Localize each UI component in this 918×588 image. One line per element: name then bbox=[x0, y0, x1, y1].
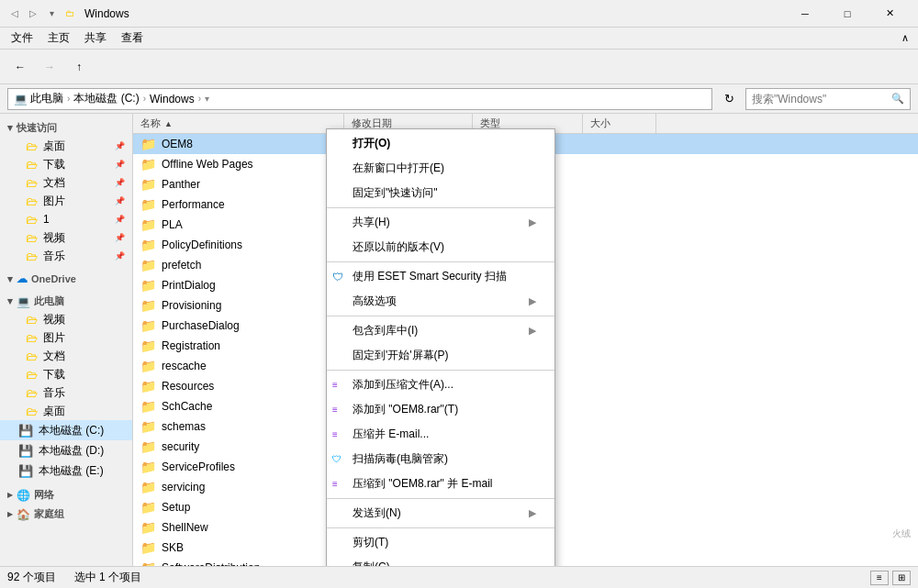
network-label: 网络 bbox=[34, 488, 54, 502]
back-button[interactable]: ← bbox=[7, 54, 33, 80]
file-name: PurchaseDialog bbox=[162, 319, 240, 332]
menu-file[interactable]: 文件 bbox=[4, 28, 40, 48]
file-name-cell: 📁 PrintDialog bbox=[133, 275, 344, 295]
statusbar: 92 个项目 选中 1 个项目 ≡ ⊞ bbox=[0, 566, 918, 588]
rar-icon: ≡ bbox=[332, 380, 338, 390]
menu-home[interactable]: 主页 bbox=[40, 28, 77, 48]
ctx-add-archive[interactable]: ≡ 添加到压缩文件(A)... bbox=[327, 372, 554, 397]
back-icon[interactable]: ◁ bbox=[7, 6, 22, 21]
path-folder[interactable]: Windows bbox=[150, 93, 195, 105]
ctx-scan-virus[interactable]: 🛡 扫描病毒(电脑管家) bbox=[327, 447, 554, 472]
dropdown-icon[interactable]: ▾ bbox=[44, 6, 59, 21]
ctx-compress-rar-email[interactable]: ≡ 压缩到 "OEM8.rar" 并 E-mail bbox=[327, 472, 554, 496]
address-controls: ↻ bbox=[716, 86, 742, 112]
ctx-include-library[interactable]: 包含到库中(I) ▶ bbox=[327, 318, 554, 343]
watermark: 火绒 bbox=[892, 527, 911, 540]
ctx-eset-scan[interactable]: 🛡 使用 ESET Smart Security 扫描 bbox=[327, 264, 554, 289]
refresh-button[interactable]: ↻ bbox=[716, 86, 742, 112]
path-drive[interactable]: 本地磁盘 (C:) bbox=[73, 91, 139, 106]
folder-icon: 📁 bbox=[140, 520, 156, 535]
sidebar-item-drive-c[interactable]: 💾 本地磁盘 (C:) bbox=[0, 420, 132, 440]
file-size-cell bbox=[583, 295, 656, 316]
folder-icon: 📁 bbox=[140, 258, 156, 272]
file-name-cell: 📁 ServiceProfiles bbox=[133, 457, 344, 477]
expand-ribbon-button[interactable]: ∧ bbox=[896, 30, 914, 46]
col-header-size[interactable]: 大小 bbox=[583, 114, 656, 133]
sidebar-item-videos-pinned[interactable]: 🗁 视频 📌 bbox=[0, 228, 132, 247]
sidebar-item-drive-e[interactable]: 💾 本地磁盘 (E:) bbox=[0, 460, 132, 481]
menu-share[interactable]: 共享 bbox=[77, 28, 114, 48]
view-grid-button[interactable]: ⊞ bbox=[892, 571, 911, 585]
folder-icon: 🗁 bbox=[26, 194, 38, 208]
file-size-cell bbox=[583, 194, 656, 215]
folder-icon: 📁 bbox=[140, 480, 156, 494]
ctx-restore-prev[interactable]: 还原以前的版本(V) bbox=[327, 235, 554, 260]
sidebar-item-pc-pictures[interactable]: 🗁 图片 bbox=[0, 328, 132, 347]
ctx-open[interactable]: 打开(O) bbox=[327, 131, 554, 156]
path-computer[interactable]: 💻 此电脑 bbox=[14, 91, 63, 106]
ctx-pin-start[interactable]: 固定到'开始'屏幕(P) bbox=[327, 343, 554, 368]
ctx-pin-quick-access[interactable]: 固定到"快速访问" bbox=[327, 181, 554, 205]
ctx-advanced[interactable]: 高级选项 ▶ bbox=[327, 289, 554, 314]
sidebar-item-downloads[interactable]: 🗁 下载 📌 bbox=[0, 155, 132, 173]
sidebar-item-label: 桌面 bbox=[43, 404, 65, 419]
file-name: PolicyDefinitions bbox=[162, 239, 242, 251]
menu-view[interactable]: 查看 bbox=[114, 28, 151, 48]
maximize-button[interactable]: □ bbox=[826, 0, 868, 28]
sidebar-item-pc-music[interactable]: 🗁 音乐 bbox=[0, 383, 132, 402]
ctx-add-rar[interactable]: ≡ 添加到 "OEM8.rar"(T) bbox=[327, 397, 554, 422]
window-controls: ─ □ ✕ bbox=[784, 0, 911, 28]
address-path[interactable]: 💻 此电脑 › 本地磁盘 (C:) › Windows › ▾ bbox=[7, 88, 712, 110]
sidebar-item-label: 视频 bbox=[43, 230, 65, 246]
forward-button[interactable]: → bbox=[37, 54, 62, 80]
sidebar-item-drive-d[interactable]: 💾 本地磁盘 (D:) bbox=[0, 440, 132, 460]
sidebar-item-pc-downloads[interactable]: 🗁 下载 bbox=[0, 365, 132, 383]
titlebar-icons: ◁ ▷ ▾ 🗀 bbox=[7, 6, 77, 21]
sidebar-item-label: 下载 bbox=[43, 367, 65, 383]
folder-icon: 📁 bbox=[140, 460, 156, 474]
sort-icon: ▲ bbox=[164, 119, 173, 128]
file-name: Resources bbox=[162, 380, 214, 393]
file-size-cell bbox=[583, 336, 656, 356]
sidebar-item-pc-documents[interactable]: 🗁 文档 bbox=[0, 347, 132, 365]
thispc-icon: 💻 bbox=[17, 295, 30, 308]
folder-icon: 🗁 bbox=[26, 231, 38, 245]
sidebar-item-desktop[interactable]: 🗁 桌面 📌 bbox=[0, 137, 132, 155]
sidebar-section-homegroup[interactable]: ▸ 🏠 家庭组 bbox=[0, 504, 132, 523]
ctx-share[interactable]: 共享(H) ▶ bbox=[327, 210, 554, 235]
sidebar-section-thispc[interactable]: ▾ 💻 此电脑 bbox=[0, 291, 132, 310]
sidebar-item-label: 音乐 bbox=[43, 249, 65, 264]
ctx-cut[interactable]: 剪切(T) bbox=[327, 530, 554, 555]
path-dropdown-icon[interactable]: ▾ bbox=[205, 94, 209, 104]
ctx-send-to[interactable]: 发送到(N) ▶ bbox=[327, 501, 554, 526]
search-icon[interactable]: 🔍 bbox=[891, 93, 904, 105]
sidebar-item-pc-desktop[interactable]: 🗁 桌面 bbox=[0, 402, 132, 420]
path-sep-1: › bbox=[67, 94, 70, 104]
col-header-name[interactable]: 名称 ▲ bbox=[133, 114, 344, 133]
file-size-cell bbox=[583, 356, 656, 376]
ctx-compress-email[interactable]: ≡ 压缩并 E-mail... bbox=[327, 422, 554, 447]
sidebar-item-documents[interactable]: 🗁 文档 📌 bbox=[0, 173, 132, 192]
file-name-cell: 📁 PurchaseDialog bbox=[133, 316, 344, 336]
minimize-button[interactable]: ─ bbox=[784, 0, 826, 28]
forward-icon[interactable]: ▷ bbox=[26, 6, 40, 21]
sidebar-section-onedrive[interactable]: ▾ ☁ OneDrive bbox=[0, 269, 132, 287]
file-name-cell: 📁 Offline Web Pages bbox=[133, 154, 344, 174]
close-button[interactable]: ✕ bbox=[868, 0, 911, 28]
sidebar-item-pc-videos[interactable]: 🗁 视频 bbox=[0, 310, 132, 328]
sidebar-section-quick-access[interactable]: ▾ 快速访问 bbox=[0, 117, 132, 137]
sidebar-item-1[interactable]: 🗁 1 📌 bbox=[0, 210, 132, 228]
drive-icon: 💾 bbox=[18, 444, 33, 458]
ctx-share-label: 共享(H) bbox=[353, 215, 390, 230]
search-box[interactable]: 🔍 bbox=[745, 88, 911, 110]
sidebar-section-network[interactable]: ▸ 🌐 网络 bbox=[0, 484, 132, 504]
ctx-copy[interactable]: 复制(C) bbox=[327, 555, 554, 566]
search-input[interactable] bbox=[752, 93, 888, 105]
sidebar-item-label: 桌面 bbox=[43, 139, 65, 154]
up-button[interactable]: ↑ bbox=[66, 54, 92, 80]
sidebar-item-pictures[interactable]: 🗁 图片 📌 bbox=[0, 192, 132, 210]
view-list-button[interactable]: ≡ bbox=[870, 571, 889, 585]
file-name: PLA bbox=[162, 218, 183, 231]
ctx-open-new-window[interactable]: 在新窗口中打开(E) bbox=[327, 156, 554, 181]
sidebar-item-music-pinned[interactable]: 🗁 音乐 📌 bbox=[0, 247, 132, 265]
